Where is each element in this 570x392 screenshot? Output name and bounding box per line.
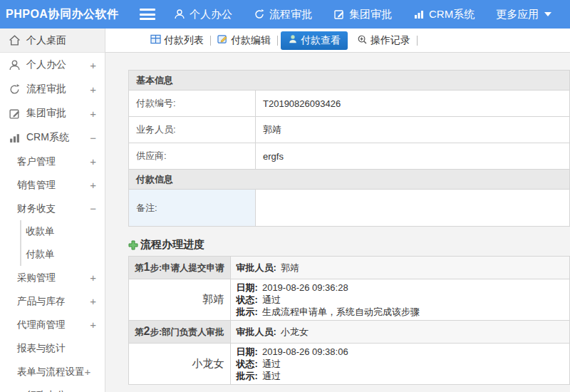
nav-label: 个人办公 — [190, 8, 232, 21]
sidebar-item-crm-system[interactable]: CRM系统 − — [0, 125, 105, 150]
tab-label: 操作记录 — [370, 34, 410, 47]
sidebar-item-workflow-approval[interactable]: 流程审批 + — [0, 77, 105, 101]
sidebar-item-label: 销售管理 — [17, 179, 56, 192]
field-label: 业务人员: — [129, 117, 256, 143]
user-icon — [9, 59, 21, 71]
approver-name: 小龙女 — [129, 344, 231, 385]
nav-group-approval[interactable]: 集团审批 — [333, 8, 392, 21]
expand-icon[interactable]: + — [90, 83, 96, 96]
section-header-row: 基本信息 — [129, 71, 570, 91]
nav-personal-office[interactable]: 个人办公 — [174, 8, 232, 21]
sidebar-item-product-inventory[interactable]: 产品与库存 + — [0, 289, 105, 313]
edit-icon — [333, 9, 345, 20]
nav-more-apps[interactable]: 更多应用 — [496, 8, 551, 21]
process-progress-heading: 流程办理进度 — [128, 238, 570, 252]
tab-operation-log[interactable]: 操作记录 — [351, 34, 417, 47]
table-icon — [150, 34, 161, 46]
sidebar-item-purchase-mgmt[interactable]: 采购管理 + — [0, 266, 105, 289]
note-label: 备注: — [129, 190, 256, 227]
sidebar-item-receipt-order[interactable]: 收款单 — [21, 220, 105, 243]
section-title: 基本信息 — [129, 71, 570, 91]
sidebar-item-reports-stats[interactable]: 报表与统计 — [0, 336, 105, 360]
sidebar-item-agent-mgmt[interactable]: 代理商管理 + — [0, 313, 105, 336]
sidebar-item-label: 报表与统计 — [17, 342, 66, 355]
detail-line: 日期:2019-08-26 09:38:06 — [237, 346, 564, 358]
collapse-icon[interactable]: − — [90, 202, 96, 215]
step-header-row: 第2步:部门负责人审批 审批人员:小龙女 — [129, 321, 570, 344]
sidebar: 个人桌面 个人办公 + 流程审批 + 集团审批 + CRM系统 − 客户管理 +… — [0, 29, 105, 392]
step-approver: 审批人员:郭靖 — [230, 257, 569, 279]
field-label: 付款编号: — [129, 91, 256, 117]
nav-label: CRM系统 — [429, 8, 475, 21]
nav-label: 流程审批 — [269, 8, 312, 21]
collapse-icon[interactable]: − — [90, 132, 96, 144]
tab-payment-list[interactable]: 付款列表 — [144, 34, 210, 47]
crm-submenu: 客户管理 + 销售管理 + 财务收支 − 收款单 付款单 采购管理 + 产品与库… — [0, 150, 105, 383]
sidebar-item-label: 财务收支 — [17, 202, 56, 215]
briefcase-icon — [9, 390, 21, 392]
sidebar-item-sales-mgmt[interactable]: 销售管理 + — [0, 173, 105, 197]
expand-icon[interactable]: + — [90, 179, 96, 191]
sidebar-item-admin-office[interactable]: 行政办公 + — [0, 383, 105, 392]
tab-payment-edit[interactable]: 付款编辑 — [211, 34, 277, 47]
cycle-arrow-icon — [254, 9, 265, 20]
expand-icon[interactable]: + — [90, 295, 96, 307]
tab-payment-view[interactable]: 付款查看 — [281, 31, 348, 50]
field-label: 供应商: — [129, 143, 256, 170]
step-detail-row: 小龙女 日期:2019-08-26 09:38:06 状态:通过 批示:通过 — [129, 344, 570, 385]
sidebar-item-label: 行政办公 — [26, 389, 66, 392]
main-content: 基本信息 付款编号: T20190826093426 业务人员: 郭靖 供应商:… — [105, 53, 570, 392]
expand-icon[interactable]: + — [90, 272, 96, 284]
bar-chart-icon — [9, 132, 21, 144]
section-title: 付款信息 — [129, 170, 570, 190]
chevron-down-icon — [544, 12, 551, 16]
detail-line: 状态:通过 — [237, 358, 564, 370]
expand-icon[interactable]: + — [90, 108, 96, 120]
edit-doc-icon — [217, 34, 228, 46]
sidebar-item-customer-mgmt[interactable]: 客户管理 + — [0, 150, 105, 173]
top-navigation: 个人办公 流程审批 集团审批 CRM系统 更多应用 — [174, 8, 551, 21]
sidebar-item-label: 付款单 — [26, 248, 55, 261]
approver-name: 郭靖 — [129, 279, 231, 321]
step-approver: 审批人员:小龙女 — [230, 321, 569, 344]
tab-label: 付款编辑 — [231, 34, 271, 47]
expand-icon[interactable]: + — [90, 319, 96, 331]
table-row: 备注: — [129, 190, 570, 227]
table-row: 业务人员: 郭靖 — [129, 117, 570, 143]
sidebar-item-label: 个人桌面 — [26, 34, 66, 47]
sidebar-item-personal-office[interactable]: 个人办公 + — [0, 53, 105, 77]
process-steps-table: 第1步:申请人提交申请 审批人员:郭靖 郭靖 日期:2019-08-26 09:… — [128, 256, 570, 385]
sidebar-item-label: 客户管理 — [17, 155, 56, 168]
tab-label: 付款列表 — [164, 34, 204, 47]
expand-icon[interactable]: + — [90, 59, 96, 71]
step-header-row: 第1步:申请人提交申请 审批人员:郭靖 — [129, 257, 570, 279]
sidebar-item-label: 流程审批 — [26, 83, 66, 96]
note-value — [256, 190, 570, 227]
payment-detail-table: 基本信息 付款编号: T20190826093426 业务人员: 郭靖 供应商:… — [128, 70, 570, 227]
sidebar-item-form-workflow-settings[interactable]: 表单与流程设置 + — [0, 360, 105, 383]
expand-icon[interactable]: + — [90, 155, 96, 167]
sidebar-item-finance[interactable]: 财务收支 − — [0, 197, 105, 220]
table-row: 供应商: ergfs — [129, 143, 570, 170]
sidebar-item-label: 表单与流程设置 — [17, 366, 85, 378]
sidebar-item-group-approval[interactable]: 集团审批 + — [0, 101, 105, 125]
expand-icon[interactable]: + — [90, 390, 96, 392]
detail-line: 日期:2019-08-26 09:36:28 — [237, 282, 564, 294]
topbar: PHPOA协同办公软件 个人办公 流程审批 集团审批 CRM系统 更多应用 — [0, 0, 570, 29]
sidebar-item-desktop[interactable]: 个人桌面 — [0, 29, 105, 53]
salesperson-value: 郭靖 — [256, 117, 570, 143]
heading-label: 流程办理进度 — [140, 238, 204, 252]
home-icon — [9, 34, 21, 46]
expand-icon[interactable]: + — [85, 366, 91, 378]
zoom-plus-icon — [357, 34, 368, 47]
hamburger-menu-icon[interactable] — [140, 9, 155, 20]
app-logo: PHPOA协同办公软件 — [0, 7, 140, 22]
tabbar: 付款列表 付款编辑 付款查看 操作记录 — [105, 29, 570, 53]
nav-workflow-approval[interactable]: 流程审批 — [254, 8, 312, 21]
step-title: 第1步:申请人提交申请 — [129, 257, 231, 279]
sidebar-item-label: 收款单 — [26, 225, 55, 238]
sidebar-item-payment-order[interactable]: 付款单 — [21, 243, 105, 266]
section-header-row: 付款信息 — [129, 170, 570, 190]
nav-label: 集团审批 — [349, 8, 392, 21]
nav-crm-system[interactable]: CRM系统 — [413, 8, 475, 21]
